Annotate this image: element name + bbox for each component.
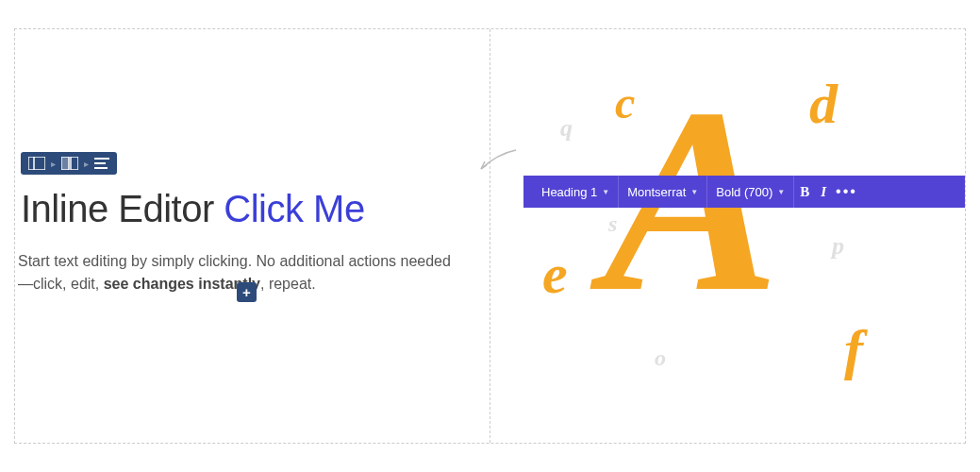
chevron-down-icon: ▼ xyxy=(777,188,785,196)
letter-e: e xyxy=(542,242,568,307)
breadcrumb[interactable]: ▸ ▸ xyxy=(21,152,117,175)
chevron-down-icon: ▼ xyxy=(690,188,698,196)
format-toolbar: Heading 1▼ Montserrat▼ Bold (700)▼ B I •… xyxy=(523,176,965,208)
letter-d: d xyxy=(809,72,838,137)
text-module-icon xyxy=(94,158,109,169)
editor-panel: ▸ ▸ Inline Editor Click Me Start text ed… xyxy=(15,29,490,443)
heading-style-dropdown[interactable]: Heading 1▼ xyxy=(533,176,619,208)
add-module-button[interactable]: + xyxy=(237,282,257,302)
letter-f: f xyxy=(844,317,863,382)
italic-button[interactable]: I xyxy=(815,176,832,208)
letter-p: p xyxy=(832,232,844,261)
editable-heading[interactable]: Inline Editor Click Me xyxy=(21,188,365,230)
editable-paragraph[interactable]: Start text editing by simply clicking. N… xyxy=(18,250,452,295)
chevron-right-icon: ▸ xyxy=(51,159,56,169)
letter-c: c xyxy=(615,76,635,128)
heading-text: Inline Editor xyxy=(21,188,224,229)
more-options-button[interactable]: ••• xyxy=(832,176,861,208)
preview-panel: A c d e f q s p o Heading 1▼ Montserrat▼… xyxy=(490,29,965,443)
letter-o: o xyxy=(655,346,666,371)
row-icon xyxy=(61,157,78,170)
letter-q: q xyxy=(560,114,573,143)
section-icon xyxy=(28,157,45,170)
svg-rect-2 xyxy=(61,157,69,170)
chevron-down-icon: ▼ xyxy=(602,188,609,196)
svg-rect-4 xyxy=(71,157,78,170)
svg-rect-0 xyxy=(28,157,45,170)
heading-link[interactable]: Click Me xyxy=(224,188,364,229)
letter-s: s xyxy=(608,211,617,237)
chevron-right-icon: ▸ xyxy=(84,159,89,169)
font-family-dropdown[interactable]: Montserrat▼ xyxy=(619,176,707,208)
arrow-icon xyxy=(473,143,521,180)
font-weight-dropdown[interactable]: Bold (700)▼ xyxy=(707,176,794,208)
bold-button[interactable]: B xyxy=(794,176,815,208)
